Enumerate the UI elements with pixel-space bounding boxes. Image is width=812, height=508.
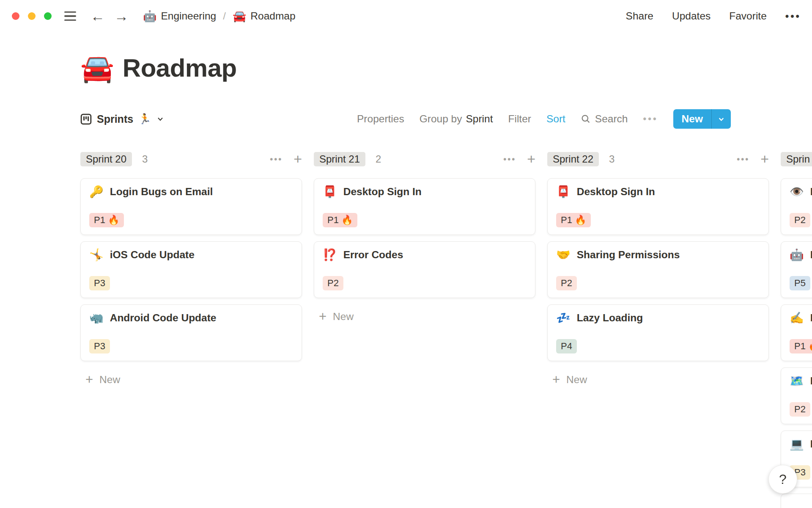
card[interactable]: 👁️ M P2 [781,178,812,235]
card-title: Error Codes [343,249,403,261]
page-title: Roadmap [123,53,237,83]
column-header: Sprint 20 3 ••• + [80,152,302,166]
page-icon-car-emoji[interactable]: 🚘 [80,55,114,82]
column-cards: 📮 Desktop Sign In P1 🔥 ⁉️ Error Codes P2 [314,178,535,298]
back-arrow-icon[interactable]: ← [91,9,105,23]
breadcrumb-label: Engineering [161,10,216,22]
card-title: M [810,186,812,198]
card-emoji-icon: 🤝 [556,249,571,261]
favorite-button[interactable]: Favorite [729,10,767,22]
card-title: R [810,375,812,387]
card[interactable]: 🤝 Sharing Permissions P2 [547,241,769,298]
help-button[interactable]: ? [768,465,797,494]
board-column: Sprint 20 3 ••• + 🔑 Login Bugs on Email … [80,152,302,386]
updates-button[interactable]: Updates [672,10,710,22]
group-by-label: Group by [420,113,462,125]
new-card-label: New [99,374,120,386]
breadcrumb-item-engineering[interactable]: 🤖 Engineering [143,10,216,23]
breadcrumb-item-roadmap[interactable]: 🚘 Roadmap [233,10,296,23]
new-card-label: New [333,311,354,323]
search-button[interactable]: Search [581,113,628,125]
column-name: Sprint 20 [86,153,126,165]
card-emoji-icon: 🤸 [89,249,104,261]
question-mark-icon: ? [779,472,787,487]
card-priority-tag: P1 🔥 [556,213,591,227]
new-card-label: New [566,374,587,386]
more-options-icon[interactable]: ••• [785,10,801,22]
column-cards: 👁️ M P2 🤖 In P5 ✍️ R P1 🔥 🗺️ R P2 💻 D P3 [781,178,812,508]
new-button-label: New [673,109,711,129]
card-priority-tag: P2 [790,402,810,417]
card-title: Android Code Update [110,312,217,324]
column-new-button[interactable]: + New [314,311,535,323]
column-name-pill[interactable]: Sprint 21 [314,152,365,166]
column-name-pill[interactable]: Sprint 20 [80,152,132,166]
column-name-pill[interactable]: Sprint 22 [547,152,599,166]
board: Sprint 20 3 ••• + 🔑 Login Bugs on Email … [80,152,812,508]
card-priority-tag: P5 [790,276,810,290]
card[interactable]: 🔑 Login Bugs on Email P1 🔥 [80,178,302,235]
column-add-icon[interactable]: + [527,153,535,165]
plus-icon: + [552,375,560,385]
search-icon [581,114,591,124]
forward-arrow-icon[interactable]: → [114,9,129,23]
card-priority-tag: P2 [323,276,343,290]
column-header: Sprint 21 2 ••• + [314,152,535,166]
column-count: 3 [142,153,148,165]
new-button[interactable]: New [673,109,731,129]
new-button-chevron-down-icon[interactable] [712,109,731,129]
column-more-icon[interactable]: ••• [270,155,283,164]
card[interactable]: 💤 Lazy Loading P4 [547,304,769,361]
column-new-button[interactable]: + New [80,374,302,386]
plus-icon: + [319,312,326,322]
card[interactable]: 🤸 iOS Code Update P3 [80,241,302,298]
column-count: 3 [609,153,614,165]
group-by-button[interactable]: Group by Sprint [420,113,493,125]
column-name: Sprint 21 [319,153,360,165]
view-tab-label: Sprints [97,113,133,125]
card-priority-tag: P2 [790,213,810,227]
card-emoji-icon: 📮 [323,186,337,198]
properties-button[interactable]: Properties [357,113,404,125]
view-more-options-icon[interactable]: ••• [643,113,658,124]
card[interactable]: 📮 Desktop Sign In P1 🔥 [314,178,535,235]
card-emoji-icon: 👁️ [790,186,804,198]
card-title: Desktop Sign In [343,186,422,198]
minimize-window-button[interactable] [28,12,36,20]
zoom-window-button[interactable] [44,12,52,20]
board-column: Sprin ••• + 👁️ M P2 🤖 In P5 ✍️ R P1 🔥 [781,152,812,508]
card[interactable] [781,494,812,508]
card[interactable]: 📮 Desktop Sign In P1 🔥 [547,178,769,235]
column-name: Sprint 22 [553,153,593,165]
close-window-button[interactable] [12,12,19,20]
column-new-button[interactable]: + New [547,374,769,386]
card-title: Login Bugs on Email [110,186,213,198]
card-priority-tag: P1 🔥 [89,213,124,227]
share-button[interactable]: Share [626,10,653,22]
view-toolbar: Sprints 🏃 Properties Group by Sprint Fil… [80,109,731,129]
column-more-icon[interactable]: ••• [737,155,749,164]
card-title: Sharing Permissions [577,249,680,261]
chevron-down-icon [156,115,165,123]
sort-button[interactable]: Sort [546,113,565,125]
column-more-icon[interactable]: ••• [503,155,516,164]
filter-button[interactable]: Filter [508,113,531,125]
card-emoji-icon: ⁉️ [323,249,337,261]
card-emoji-icon: 💤 [556,312,571,324]
card-title: R [810,312,812,324]
column-add-icon[interactable]: + [760,153,769,165]
column-add-icon[interactable]: + [294,153,302,165]
sidebar-toggle-icon[interactable] [64,11,76,21]
card[interactable]: 🦏 Android Code Update P3 [80,304,302,361]
card[interactable]: ⁉️ Error Codes P2 [314,241,535,298]
card[interactable]: 🗺️ R P2 [781,367,812,424]
card-title: In [810,249,812,261]
view-tab-sprints[interactable]: Sprints 🏃 [80,113,165,125]
breadcrumb-separator: / [221,10,228,22]
card-emoji-icon: 🗺️ [790,375,804,387]
card[interactable]: 🤖 In P5 [781,241,812,298]
column-name-pill[interactable]: Sprin [781,152,812,166]
column-cards: 🔑 Login Bugs on Email P1 🔥 🤸 iOS Code Up… [80,178,302,361]
card[interactable]: ✍️ R P1 🔥 [781,304,812,361]
column-header: Sprint 22 3 ••• + [547,152,769,166]
